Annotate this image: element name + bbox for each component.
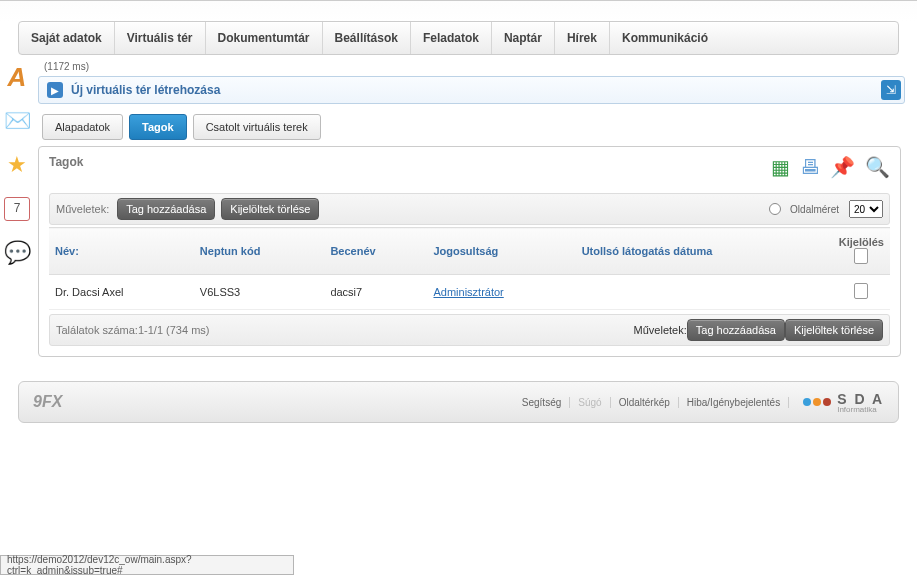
menu-hirek[interactable]: Hírek <box>555 22 610 54</box>
col-role[interactable]: Jogosultság <box>427 228 575 275</box>
members-panel: Tagok ▦ 🖶 📌 🔍 Műveletek: Tag hozzáadása … <box>38 146 901 357</box>
menu-beallitasok[interactable]: Beállítások <box>323 22 411 54</box>
chevron-right-icon: ▶ <box>47 82 63 98</box>
toolbar-bottom: Találatok száma:1-1/1 (734 ms) Műveletek… <box>49 314 890 346</box>
pin-icon[interactable]: 📌 <box>830 155 855 179</box>
col-select: Kijelölés <box>833 228 890 275</box>
add-member-button[interactable]: Tag hozzáadása <box>117 198 215 220</box>
footer-bugreport-link[interactable]: Hiba/Igénybejelentés <box>679 397 789 408</box>
delete-selected-button-bottom[interactable]: Kijelöltek törlése <box>785 319 883 341</box>
cell-name: Dr. Dacsi Axel <box>49 275 194 310</box>
col-code[interactable]: Neptun kód <box>194 228 325 275</box>
footer-help-link[interactable]: Segítség <box>514 397 570 408</box>
page-footer: 9FX Segítség Súgó Oldaltérkép Hiba/Igény… <box>18 381 899 423</box>
print-icon[interactable]: 🖶 <box>800 156 820 179</box>
select-all-checkbox[interactable] <box>854 248 868 264</box>
tab-alapadatok[interactable]: Alapadatok <box>42 114 123 140</box>
sidebar: A ✉️ ★ 7 💬 <box>0 59 34 267</box>
sidebar-letter-a-icon[interactable]: A <box>3 63 31 91</box>
ops-label-bottom: Műveletek: <box>634 324 687 336</box>
brand-left-logo: 9FX <box>33 393 62 411</box>
menu-kommunikacio[interactable]: Kommunikáció <box>610 22 720 54</box>
sidebar-star-icon[interactable]: ★ <box>3 151 31 179</box>
load-timing: (1172 ms) <box>44 61 905 72</box>
sidebar-calendar-icon[interactable]: 7 <box>3 195 31 223</box>
menu-sajat-adatok[interactable]: Saját adatok <box>19 22 115 54</box>
cell-nick: dacsi7 <box>324 275 427 310</box>
menu-dokumentumtar[interactable]: Dokumentumtár <box>206 22 323 54</box>
footer-sugo-link[interactable]: Súgó <box>570 397 610 408</box>
col-nick[interactable]: Becenév <box>324 228 427 275</box>
search-icon[interactable]: 🔍 <box>865 155 890 179</box>
status-bar: https://demo2012/dev12c_ow/main.aspx?ctr… <box>0 555 294 575</box>
cell-lastvisit <box>576 275 833 310</box>
tab-tagok[interactable]: Tagok <box>129 114 187 140</box>
sidebar-chat-icon[interactable]: 💬 <box>3 239 31 267</box>
export-xls-icon[interactable]: ▦ <box>771 155 790 179</box>
col-name[interactable]: Név: <box>49 228 194 275</box>
add-member-button-bottom[interactable]: Tag hozzáadása <box>687 319 785 341</box>
cell-code: V6LSS3 <box>194 275 325 310</box>
col-select-label: Kijelölés <box>839 236 884 248</box>
panel-title: Tagok <box>49 155 83 169</box>
expand-icon[interactable]: ⇲ <box>881 80 901 100</box>
row-checkbox[interactable] <box>854 283 868 299</box>
col-lastvisit[interactable]: Utollsó látogatás dátuma <box>576 228 833 275</box>
tabs: Alapadatok Tagok Csatolt virtuális terek <box>42 114 905 140</box>
pagesize-radio-icon[interactable] <box>769 203 781 215</box>
ops-label: Műveletek: <box>56 203 109 215</box>
cell-role: Adminisztrátor <box>427 275 575 310</box>
menu-naptar[interactable]: Naptár <box>492 22 555 54</box>
role-link[interactable]: Adminisztrátor <box>433 286 503 298</box>
main-menu: Saját adatok Virtuális tér Dokumentumtár… <box>18 21 899 55</box>
sidebar-mail-icon[interactable]: ✉️ <box>3 107 31 135</box>
pagesize-select[interactable]: 20 <box>849 200 883 218</box>
delete-selected-button[interactable]: Kijelöltek törlése <box>221 198 319 220</box>
results-info: Találatok száma:1-1/1 (734 ms) <box>56 324 209 336</box>
brand-right-sub: Informatika <box>837 405 884 414</box>
menu-virtualis-ter[interactable]: Virtuális tér <box>115 22 206 54</box>
footer-sitemap-link[interactable]: Oldaltérkép <box>611 397 679 408</box>
toolbar-top: Műveletek: Tag hozzáadása Kijelöltek tör… <box>49 193 890 225</box>
accordion-title: Új virtuális tér létrehozása <box>71 83 220 97</box>
pagesize-label: Oldalméret <box>790 204 839 215</box>
brand-right-logo: S D A Informatika <box>803 391 884 414</box>
members-table: Név: Neptun kód Becenév Jogosultság Utol… <box>49 227 890 310</box>
tab-csatolt-vt[interactable]: Csatolt virtuális terek <box>193 114 321 140</box>
table-row: Dr. Dacsi Axel V6LSS3 dacsi7 Adminisztrá… <box>49 275 890 310</box>
accordion-header[interactable]: ▶ Új virtuális tér létrehozása ⇲ <box>38 76 905 104</box>
menu-feladatok[interactable]: Feladatok <box>411 22 492 54</box>
